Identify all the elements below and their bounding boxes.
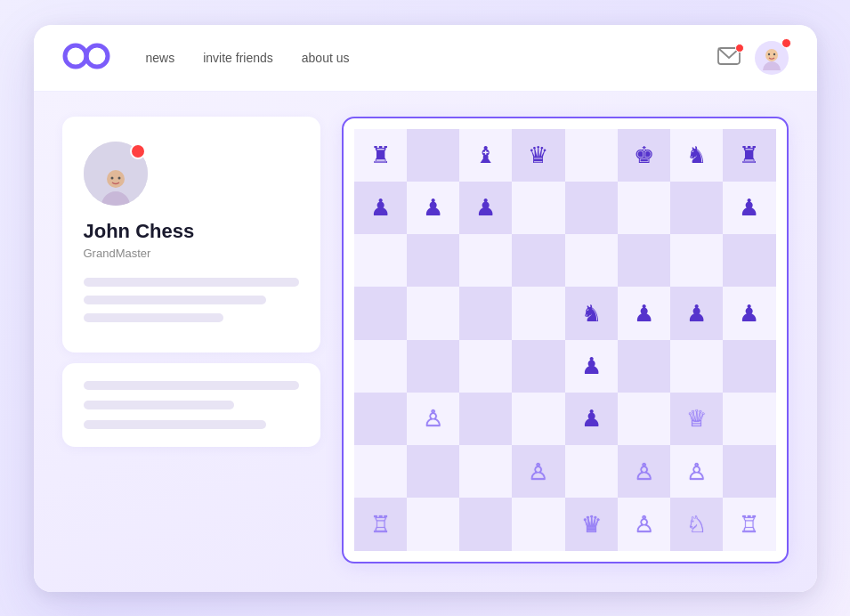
cell-r1-c2[interactable]: ♟ (459, 182, 512, 234)
cell-r3-c3[interactable] (512, 287, 564, 339)
chess-piece: ♞ (581, 302, 602, 325)
cell-r3-c7[interactable]: ♟ (723, 287, 775, 339)
nav-news[interactable]: news (146, 51, 175, 65)
chess-piece: ♙ (634, 460, 654, 483)
cell-r2-c3[interactable] (512, 234, 564, 287)
svg-point-3 (765, 49, 778, 61)
chess-piece: ♟ (475, 196, 496, 219)
cell-r5-c1[interactable]: ♙ (407, 393, 459, 445)
logo[interactable] (62, 39, 110, 77)
chess-piece: ♖ (739, 513, 759, 536)
cell-r7-c6[interactable]: ♘ (670, 498, 723, 550)
chess-piece: ♟ (634, 302, 654, 325)
cell-r6-c2[interactable] (459, 445, 512, 498)
cell-r3-c6[interactable]: ♟ (670, 287, 723, 339)
cell-r5-c3[interactable] (512, 393, 564, 445)
cell-r6-c3[interactable]: ♙ (512, 445, 564, 498)
nav-links: news invite friends about us (146, 51, 717, 65)
cell-r4-c3[interactable] (512, 340, 564, 393)
cell-r6-c4[interactable] (565, 445, 618, 498)
avatar-notification-badge (781, 38, 791, 48)
mail-button[interactable] (717, 47, 741, 69)
cell-r1-c1[interactable]: ♟ (407, 182, 459, 234)
cell-r7-c4[interactable]: ♛ (565, 498, 618, 550)
cell-r3-c0[interactable] (354, 287, 407, 339)
chess-piece: ♕ (686, 407, 707, 430)
cell-r3-c2[interactable] (459, 287, 512, 339)
cell-r1-c4[interactable] (565, 182, 618, 234)
cell-r4-c6[interactable] (670, 340, 723, 393)
cell-r0-c7[interactable]: ♜ (723, 129, 775, 182)
cell-r7-c5[interactable]: ♙ (618, 498, 670, 550)
cell-r2-c4[interactable] (565, 234, 618, 287)
chess-piece: ♖ (370, 513, 391, 536)
cell-r2-c2[interactable] (459, 234, 512, 287)
cell-r5-c5[interactable] (618, 393, 670, 445)
chess-piece: ♟ (739, 196, 759, 219)
chess-piece: ♟ (686, 302, 707, 325)
cell-r4-c0[interactable] (354, 340, 407, 393)
cell-r5-c0[interactable] (354, 393, 407, 445)
cell-r1-c0[interactable]: ♟ (354, 182, 407, 234)
cell-r4-c7[interactable] (723, 340, 775, 393)
cell-r0-c3[interactable]: ♛ (512, 129, 564, 182)
cell-r6-c1[interactable] (407, 445, 459, 498)
cell-r0-c6[interactable]: ♞ (670, 129, 723, 182)
cell-r0-c4[interactable] (565, 129, 618, 182)
secondary-card (62, 363, 320, 447)
svg-point-10 (117, 176, 120, 179)
cell-r1-c3[interactable] (512, 182, 564, 234)
chess-piece: ♙ (686, 460, 707, 483)
cell-r6-c7[interactable] (723, 445, 775, 498)
cell-r6-c5[interactable]: ♙ (618, 445, 670, 498)
cell-r6-c0[interactable] (354, 445, 407, 498)
chess-board-container: ♜♝♛♚♞♜♟♟♟♟♞♟♟♟♟♙♟♕♙♙♙♖♛♙♘♖ (342, 117, 789, 563)
chess-piece: ♘ (686, 513, 707, 536)
cell-r4-c1[interactable] (407, 340, 459, 393)
cell-r7-c7[interactable]: ♖ (723, 498, 775, 550)
chess-piece: ♚ (634, 143, 654, 166)
cell-r5-c2[interactable] (459, 393, 512, 445)
skeleton-2 (84, 296, 267, 304)
cell-r3-c4[interactable]: ♞ (565, 287, 618, 339)
cell-r2-c6[interactable] (670, 234, 723, 287)
cell-r3-c1[interactable] (407, 287, 459, 339)
cell-r4-c2[interactable] (459, 340, 512, 393)
cell-r2-c7[interactable] (723, 234, 775, 287)
profile-avatar (84, 142, 148, 206)
cell-r2-c0[interactable] (354, 234, 407, 287)
cell-r1-c6[interactable] (670, 182, 723, 234)
mail-notification-badge (735, 44, 744, 53)
user-avatar-button[interactable] (755, 41, 789, 75)
cell-r1-c7[interactable]: ♟ (723, 182, 775, 234)
cell-r1-c5[interactable] (618, 182, 670, 234)
chess-piece: ♙ (528, 460, 548, 483)
cell-r7-c1[interactable] (407, 498, 459, 550)
cell-r0-c5[interactable]: ♚ (618, 129, 670, 182)
cell-r5-c7[interactable] (723, 393, 775, 445)
cell-r7-c0[interactable]: ♖ (354, 498, 407, 550)
cell-r2-c5[interactable] (618, 234, 670, 287)
skeleton-1 (84, 278, 299, 287)
cell-r7-c3[interactable] (512, 498, 564, 550)
cell-r4-c5[interactable] (618, 340, 670, 393)
skeleton-4 (84, 381, 299, 390)
cell-r5-c6[interactable]: ♕ (670, 393, 723, 445)
chess-piece: ♜ (370, 143, 391, 166)
cell-r0-c0[interactable]: ♜ (354, 129, 407, 182)
cell-r0-c1[interactable] (407, 129, 459, 182)
cell-r4-c4[interactable]: ♟ (565, 340, 618, 393)
chess-piece: ♝ (475, 143, 496, 166)
nav-invite[interactable]: invite friends (203, 51, 273, 65)
nav-about[interactable]: about us (302, 51, 350, 65)
cell-r5-c4[interactable]: ♟ (565, 393, 618, 445)
skeleton-3 (84, 313, 223, 322)
cell-r6-c6[interactable]: ♙ (670, 445, 723, 498)
profile-rank: GrandMaster (84, 247, 299, 260)
cell-r2-c1[interactable] (407, 234, 459, 287)
cell-r0-c2[interactable]: ♝ (459, 129, 512, 182)
cell-r7-c2[interactable] (459, 498, 512, 550)
profile-name: John Chess (84, 220, 299, 243)
profile-online-badge (130, 143, 146, 159)
cell-r3-c5[interactable]: ♟ (618, 287, 670, 339)
